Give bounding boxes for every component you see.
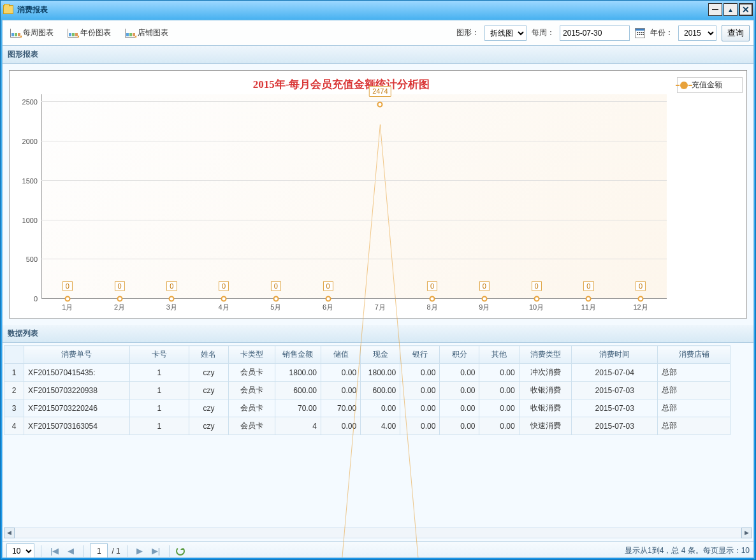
data-point[interactable] (638, 296, 644, 302)
data-label: 0 (323, 281, 333, 291)
data-point[interactable] (221, 296, 227, 302)
data-label: 0 (583, 281, 593, 291)
year-select[interactable]: 2015 (678, 25, 716, 41)
window-title: 消费报表 (17, 4, 48, 15)
data-label: 0 (62, 281, 73, 291)
column-header[interactable]: 消费店铺 (658, 346, 731, 364)
folder-icon (3, 5, 13, 14)
minimize-button[interactable] (708, 3, 722, 16)
data-label: 0 (271, 281, 281, 291)
week-label: 每周： (532, 27, 555, 38)
data-point[interactable] (534, 296, 539, 302)
calendar-icon[interactable] (635, 28, 645, 38)
section-chart-title: 图形报表 (3, 46, 753, 64)
data-label: 0 (427, 281, 437, 291)
toolbar: ↘ 每周图表 ↘ 年份图表 ↘ 店铺图表 图形： 折线图 每周： 年份： 201… (3, 20, 753, 46)
scroll-right-button[interactable]: ▶ (741, 528, 752, 538)
chart-panel: 2015年-每月会员充值金额统计分析图 05001000150020002500… (9, 70, 747, 319)
weekly-chart-button[interactable]: ↘ 每周图表 (6, 25, 57, 40)
shop-chart-button[interactable]: ↘ 店铺图表 (121, 25, 172, 40)
chart-icon: ↘ (68, 29, 78, 38)
yearly-chart-button[interactable]: ↘ 年份图表 (64, 25, 115, 40)
data-point[interactable] (64, 296, 70, 302)
data-label: 0 (166, 281, 177, 291)
data-point[interactable] (481, 296, 487, 302)
data-label: 2474 (369, 86, 391, 96)
legend: 充值金额 (673, 71, 746, 318)
titlebar[interactable]: 消费报表 ▲ ✕ (1, 1, 755, 18)
shape-label: 图形： (456, 27, 479, 38)
refresh-icon[interactable] (176, 547, 185, 556)
plot-area: 000000247400000 (41, 94, 667, 299)
scroll-left-button[interactable]: ◀ (4, 528, 15, 538)
body-area: ↘ 每周图表 ↘ 年份图表 ↘ 店铺图表 图形： 折线图 每周： 年份： 201… (2, 20, 754, 558)
legend-marker-icon (680, 82, 688, 89)
y-axis: 05001000150020002500 (10, 94, 41, 299)
data-label: 0 (479, 281, 490, 291)
shape-select[interactable]: 折线图 (484, 25, 527, 41)
query-button[interactable]: 查询 (722, 25, 750, 41)
data-label: 0 (636, 281, 646, 291)
window: 消费报表 ▲ ✕ ↘ 每周图表 ↘ 年份图表 ↘ 店铺图表 图形： 折线图 (0, 0, 756, 560)
data-point[interactable] (430, 296, 435, 302)
data-point[interactable] (117, 296, 122, 302)
week-input[interactable] (560, 25, 630, 41)
data-point[interactable] (325, 296, 331, 302)
data-point[interactable] (377, 101, 383, 107)
data-point[interactable] (169, 296, 175, 302)
chart-icon: ↘ (10, 29, 20, 38)
page-size-select[interactable]: 10 (6, 543, 34, 559)
data-point[interactable] (273, 296, 279, 302)
data-point[interactable] (586, 296, 592, 302)
chart-icon: ↘ (125, 29, 135, 38)
legend-item: 充值金额 (677, 77, 743, 93)
data-label: 0 (532, 281, 542, 291)
data-label: 0 (219, 281, 229, 291)
year-label: 年份： (650, 27, 673, 38)
chart-title: 2015年-每月会员充值金额统计分析图 (10, 71, 673, 94)
maximize-button[interactable]: ▲ (723, 3, 738, 16)
close-button[interactable]: ✕ (739, 3, 753, 16)
data-label: 0 (115, 281, 125, 291)
